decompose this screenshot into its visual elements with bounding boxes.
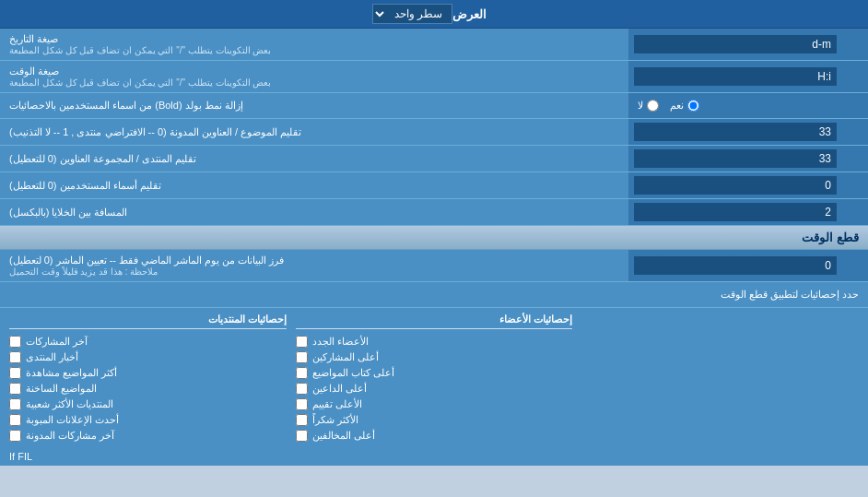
display-select[interactable]: سطر واحدسطرينثلاثة أسطر	[372, 4, 452, 24]
date-format-input-cell	[628, 29, 868, 60]
checkbox-item: الأكثر شكراً	[296, 414, 573, 426]
checkbox-label: الأعضاء الجدد	[312, 336, 369, 348]
title-row: العرض سطر واحدسطرينثلاثة أسطر	[0, 0, 868, 29]
checkbox-label: أحدث الإعلانات المبوبة	[26, 414, 119, 426]
checkbox-input[interactable]	[296, 367, 308, 379]
date-format-label: صيغة التاريخ	[9, 33, 58, 45]
row-forum-subject: تقليم الموضوع / العناوين المدونة (0 -- ا…	[0, 119, 868, 146]
row-bold-remove: إزالة نمط بولد (Bold) من اسماء المستخدمي…	[0, 93, 868, 119]
cell-spacing-label: المسافة بين الخلايا (بالبكسل)	[9, 207, 128, 219]
time-format-input-cell	[628, 61, 868, 92]
checkbox-label: المواضيع الساخنة	[26, 383, 97, 395]
checkbox-input[interactable]	[9, 383, 21, 395]
checkbox-item: أكثر المواضيع مشاهدة	[9, 367, 287, 379]
checkbox-item: الأعضاء الجدد	[296, 336, 573, 348]
checkbox-label: آخر مشاركات المدونة	[26, 430, 114, 442]
row-cell-spacing: المسافة بين الخلايا (بالبكسل)	[0, 199, 868, 226]
trim-usernames-label: تقليم أسماء المستخدمين (0 للتعطيل)	[9, 180, 161, 192]
row-date-format: صيغة التاريخ بعض التكوينات يتطلب "/" الت…	[0, 29, 868, 61]
time-format-sublabel: بعض التكوينات يتطلب "/" التي يمكن ان تضا…	[9, 77, 271, 88]
checkbox-col-forum: إحصائيات المنتديات آخر المشاركات أخبار ا…	[9, 314, 287, 442]
checkbox-item: أحدث الإعلانات المبوبة	[9, 414, 287, 426]
radio-yes-input[interactable]	[687, 100, 699, 112]
checkbox-input[interactable]	[9, 336, 21, 348]
checkbox-label: أعلى المخالفين	[312, 430, 375, 442]
checkbox-label: الأعلى تقييم	[312, 398, 362, 410]
checkbox-item: الأعلى تقييم	[296, 398, 573, 410]
checkbox-item: أعلى الداعين	[296, 383, 573, 395]
checkbox-label: أعلى المشاركين	[312, 351, 379, 363]
bottom-text: If FIL	[9, 451, 32, 462]
time-format-label-cell: صيغة الوقت بعض التكوينات يتطلب "/" التي …	[0, 61, 628, 92]
time-format-input[interactable]	[634, 67, 837, 86]
checkbox-input[interactable]	[9, 414, 21, 426]
row-realtime-days: فرز البيانات من يوم الماشر الماضي فقط --…	[0, 250, 868, 282]
forum-align-label-cell: تقليم المنتدى / المجموعة العناوين (0 للت…	[0, 146, 628, 172]
forum-subject-input-cell	[628, 119, 868, 145]
checkbox-input[interactable]	[9, 430, 21, 442]
forum-subject-label: تقليم الموضوع / العناوين المدونة (0 -- ا…	[9, 126, 301, 138]
realtime-days-label: فرز البيانات من يوم الماشر الماضي فقط --…	[9, 254, 284, 266]
radio-yes[interactable]: نعم	[670, 100, 699, 112]
checkbox-item: أعلى كتاب المواضيع	[296, 367, 573, 379]
date-format-sublabel: بعض التكوينات يتطلب "/" التي يمكن ان تضا…	[9, 45, 271, 55]
forum-subject-label-cell: تقليم الموضوع / العناوين المدونة (0 -- ا…	[0, 119, 628, 145]
time-format-label: صيغة الوقت	[9, 65, 59, 77]
checkbox-label: أخبار المنتدى	[26, 351, 78, 363]
bold-remove-label: إزالة نمط بولد (Bold) من اسماء المستخدمي…	[9, 100, 243, 112]
checkbox-input[interactable]	[296, 430, 308, 442]
realtime-days-label-cell: فرز البيانات من يوم الماشر الماضي فقط --…	[0, 250, 628, 281]
checkbox-label: أكثر المواضيع مشاهدة	[26, 367, 117, 379]
forum-subject-input[interactable]	[634, 123, 837, 141]
checkbox-col-empty	[581, 314, 859, 442]
checkbox-label: آخر المشاركات	[26, 336, 88, 348]
row-trim-usernames: تقليم أسماء المستخدمين (0 للتعطيل)	[0, 172, 868, 199]
checkbox-col-members: إحصائيات الأعضاء الأعضاء الجدد أعلى المش…	[296, 314, 573, 442]
checkbox-input[interactable]	[296, 351, 308, 363]
trim-usernames-input[interactable]	[634, 176, 837, 195]
main-container: العرض سطر واحدسطرينثلاثة أسطر صيغة التار…	[0, 0, 868, 466]
realtime-section-header: قطع الوقت	[0, 226, 868, 250]
checkbox-label: أعلى كتاب المواضيع	[312, 367, 394, 379]
checkbox-input[interactable]	[296, 336, 308, 348]
stats-limit-label: حدد إحصائيات لتطبيق قطع الوقت	[721, 289, 859, 301]
trim-usernames-label-cell: تقليم أسماء المستخدمين (0 للتعطيل)	[0, 172, 628, 198]
checkbox-input[interactable]	[9, 367, 21, 379]
cell-spacing-input[interactable]	[634, 203, 837, 221]
radio-yes-label: نعم	[670, 100, 684, 112]
cell-spacing-input-cell	[628, 199, 868, 225]
checkboxes-area: إحصائيات المنتديات آخر المشاركات أخبار ا…	[0, 308, 868, 447]
checkbox-input[interactable]	[296, 414, 308, 426]
radio-no-input[interactable]	[647, 100, 659, 112]
trim-usernames-input-cell	[628, 172, 868, 198]
checkbox-item: أخبار المنتدى	[9, 351, 287, 363]
checkbox-input[interactable]	[296, 398, 308, 410]
checkbox-item: أعلى المخالفين	[296, 430, 573, 442]
bold-remove-label-cell: إزالة نمط بولد (Bold) من اسماء المستخدمي…	[0, 93, 628, 118]
cell-spacing-label-cell: المسافة بين الخلايا (بالبكسل)	[0, 199, 628, 225]
radio-no[interactable]: لا	[638, 100, 659, 112]
forum-align-label: تقليم المنتدى / المجموعة العناوين (0 للت…	[9, 153, 196, 165]
checkbox-item: المنتديات الأكثر شعبية	[9, 398, 287, 410]
checkbox-label: أعلى الداعين	[312, 383, 367, 395]
row-forum-align: تقليم المنتدى / المجموعة العناوين (0 للت…	[0, 146, 868, 172]
realtime-header-label: قطع الوقت	[802, 231, 859, 244]
forum-align-input-cell	[628, 146, 868, 172]
bold-remove-radio-cell: نعم لا	[628, 93, 868, 118]
date-format-input[interactable]	[634, 35, 837, 53]
bottom-text-area: If FIL	[0, 447, 868, 466]
realtime-days-input-cell	[628, 250, 868, 281]
checkbox-label: الأكثر شكراً	[312, 414, 358, 426]
realtime-days-sublabel: ملاحظة : هذا قد يزيد قليلاً وقت التحميل	[9, 266, 158, 277]
checkbox-label: المنتديات الأكثر شعبية	[26, 398, 113, 410]
checkbox-item: المواضيع الساخنة	[9, 383, 287, 395]
realtime-days-input[interactable]	[634, 256, 837, 275]
checkbox-input[interactable]	[9, 351, 21, 363]
checkbox-item: آخر مشاركات المدونة	[9, 430, 287, 442]
checkbox-item: آخر المشاركات	[9, 336, 287, 348]
radio-no-label: لا	[638, 100, 643, 112]
checkbox-input[interactable]	[9, 398, 21, 410]
checkbox-input[interactable]	[296, 383, 308, 395]
forum-align-input[interactable]	[634, 149, 837, 168]
row-stats-limit: حدد إحصائيات لتطبيق قطع الوقت	[0, 282, 868, 308]
